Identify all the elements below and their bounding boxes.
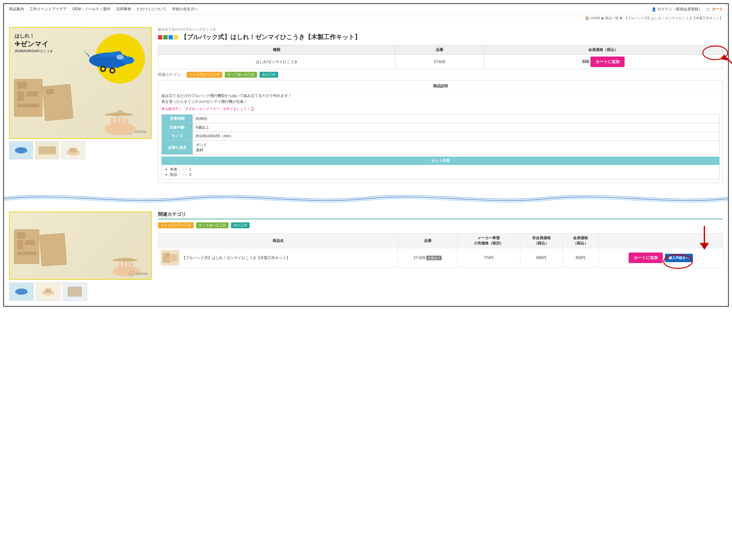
nav-link-cases[interactable]: 活用事例 [116, 7, 131, 12]
svg-point-9 [111, 69, 114, 72]
product-image-background: はしれ！ ✈ゼンマイ ZENMAIHIKOUKI ひこうき [10, 28, 151, 138]
thumbnail-2[interactable] [35, 141, 59, 159]
set-item-2: 部品・・・２ [170, 172, 716, 177]
blue-airplane-svg [80, 37, 139, 80]
spec-row-age: 対象年齢 6歳以上 [162, 123, 720, 132]
lower-main: S sanwa [9, 212, 723, 301]
login-button[interactable]: 👤 ログイン（新規会員登録） [652, 7, 702, 12]
add-to-cart-button-list[interactable]: カートに追加 [629, 253, 663, 263]
list-table-row: 【プルバック式】はしれ！ゼンマイひこうき【木製工作キット】 27-628 在庫あ… [158, 248, 723, 268]
breadcrumb-home[interactable]: HOME [590, 16, 601, 20]
image-title-line2: ✈ゼンマイ [15, 39, 53, 49]
color-sq-yellow [174, 35, 178, 39]
nav-link-teachers[interactable]: 学校の先生方へ [172, 7, 198, 12]
svg-point-24 [15, 147, 27, 153]
svg-point-7 [102, 67, 105, 71]
product-list-table: 商品名 品番 メーカー希望小売価格（税別） 非会員価格（税込） 会員価格（税込） [158, 233, 723, 268]
thumbnail-3[interactable] [61, 141, 85, 159]
lower-thumbnail-1[interactable] [9, 282, 34, 301]
breadcrumb-list[interactable]: 商品一覧 [605, 16, 619, 20]
lower-sanwa-text: sanwa [136, 271, 148, 276]
spec-value-age: 6歳以上 [193, 123, 720, 132]
tag-wood[interactable]: 木の工作 [260, 72, 278, 78]
description-section: 商品説明 組み立てるだけのプルバック飛行機型からぬいて組み立てるだけで作れます！… [158, 80, 723, 183]
svg-rect-12 [17, 82, 27, 89]
related-cat-title: 関連カテゴリ [158, 212, 723, 219]
main-content-upper: はしれ！ ✈ゼンマイ ZENMAIHIKOUKI ひこうき [4, 22, 728, 191]
list-maker-price: 774円 [457, 248, 520, 268]
thumbnail-row [9, 141, 152, 159]
lower-image-bg [10, 212, 151, 279]
svg-rect-51 [68, 287, 82, 297]
spec-table: 所要時間 約45分 対象年齢 6歳以上 サイズ 約140x160x55（mm） … [161, 114, 720, 155]
tag-price[interactable]: ５００円以下の工作 [187, 72, 222, 78]
svg-rect-37 [25, 240, 34, 245]
product-image-title: はしれ！ ✈ゼンマイ ZENMAIHIKOUKI ひこうき [15, 33, 53, 53]
svg-rect-30 [69, 148, 77, 153]
login-label: ログイン（新規会員登録） [657, 7, 702, 12]
nav-link-products[interactable]: 商品案内 [9, 7, 24, 12]
cart-button[interactable]: 🛒 カート [706, 7, 723, 12]
lower-wooden-kit-svg [13, 226, 69, 270]
add-to-cart-button-top[interactable]: カートに追加 [590, 57, 625, 67]
promo-text: 車も販売中！「すすめ！ゼンマイカー」を作りましょう！📋 [161, 107, 720, 111]
lower-thumbnail-row [9, 282, 152, 301]
tag-play[interactable]: 作って遊べる工作 [225, 72, 257, 78]
spec-label-tools: 必要な道具 [162, 141, 193, 155]
spec-value-time: 約45分 [193, 115, 720, 123]
nav-link-oem[interactable]: OEM・ノベルティ製作 [72, 7, 111, 12]
list-header-name: 商品名 [158, 234, 398, 248]
category-label: 関連カテゴリ： [158, 72, 184, 77]
svg-rect-13 [17, 92, 24, 101]
spec-value-size: 約140x160x55（mm） [193, 132, 720, 141]
list-header-member: 会員価格（税込） [563, 234, 599, 248]
person-icon: 👤 [652, 7, 656, 11]
category-tags-upper: 関連カテゴリ： ５００円以下の工作 作って遊べる工作 木の工作 [158, 72, 723, 78]
list-header-sku: 品番 [398, 234, 457, 248]
right-column: 組み立てるだけのプルバックひこうき 【プルバック式】はしれ！ゼンマイひこうき【木… [158, 27, 723, 186]
page-frame: 商品案内 工作イベントアイデア OEM・ノベルティ製作 活用事例 たのつくについ… [3, 3, 729, 307]
product-sku: 27-628 [395, 55, 484, 69]
nav-right: 👤 ログイン（新規会員登録） 🛒 カート [652, 7, 723, 12]
svg-rect-20 [116, 116, 119, 128]
nav-link-about[interactable]: たのつくについて [137, 7, 166, 12]
lower-tag-price[interactable]: ５００円以下の工作 [158, 222, 194, 228]
lower-tag-play[interactable]: 作って遊べる工作 [196, 222, 229, 228]
product-price: 550 [582, 59, 589, 64]
breadcrumb-current: 【プルバック式】はしれ！ゼンマイひこうき【木製工作キット】 [624, 16, 723, 20]
order-button-list[interactable]: 購入手続きへ [665, 254, 693, 262]
svg-marker-5 [83, 62, 91, 70]
set-contents-header: セット内容 [161, 157, 720, 165]
left-column: はしれ！ ✈ゼンマイ ZENMAIHIKOUKI ひこうき [9, 27, 152, 186]
product-price-cell: 550 カートに追加 [484, 55, 723, 69]
svg-rect-15 [17, 104, 39, 107]
list-nonmember-price: 605円 [520, 248, 562, 268]
color-sq-blue [169, 35, 173, 39]
svg-rect-54 [166, 254, 169, 257]
svg-rect-39 [40, 234, 67, 266]
svg-rect-38 [17, 252, 37, 255]
lower-tag-wood[interactable]: 木の工作 [231, 222, 250, 228]
image-title-line1: はしれ！ [15, 33, 53, 39]
svg-rect-43 [127, 261, 129, 271]
set-contents-list: 本体・・・１ 部品・・・２ [161, 165, 720, 180]
svg-rect-49 [45, 289, 51, 293]
table-header-price: 会員価格（税込） [484, 45, 723, 55]
wave-divider [4, 191, 728, 207]
product-type: はしれ!ゼンマイひこうき [158, 55, 395, 69]
list-header-nonmember: 非会員価格（税込） [520, 234, 562, 248]
lower-thumbnail-3[interactable] [62, 282, 87, 301]
svg-rect-17 [46, 89, 54, 94]
wooden-kit-svg [13, 76, 75, 126]
list-product-name: 【プルバック式】はしれ！ゼンマイひこうき【木製工作キット】 [182, 255, 290, 261]
thumbnail-1[interactable] [9, 141, 33, 159]
price-table: 種類 品番 会員価格（税込） はしれ!ゼンマイひこうき 27-628 [158, 45, 723, 69]
cart-label: カート [712, 7, 723, 12]
nav-link-events[interactable]: 工作イベントアイデア [30, 7, 67, 12]
spec-row-size: サイズ 約140x160x55（mm） [162, 132, 720, 141]
lower-thumbnail-2[interactable] [36, 282, 61, 301]
image-title-line3: ZENMAIHIKOUKI ひこうき [15, 49, 53, 53]
spec-value-tools: ボンド薬材 [193, 141, 720, 155]
svg-rect-21 [120, 117, 123, 128]
breadcrumb-icon: 🏠 [585, 16, 589, 20]
